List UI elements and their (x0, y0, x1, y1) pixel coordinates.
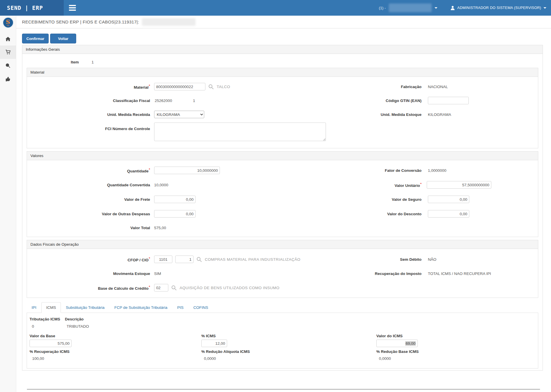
cio-input[interactable] (175, 256, 194, 263)
fator-conversao-label: Fator de Conversão (317, 168, 422, 173)
tab-ipi[interactable]: IPI (27, 302, 41, 313)
item-row: Item 1 (27, 56, 538, 68)
document-reference (142, 18, 196, 26)
sidebar-item-approve[interactable] (0, 72, 16, 85)
home-icon (6, 37, 10, 41)
tax-tabs: IPI ICMS Substituição Tributária FCP de … (27, 302, 538, 313)
app-logo[interactable]: S erp (3, 17, 14, 28)
sidebar-item-cart[interactable] (0, 45, 16, 59)
valor-icms-input[interactable]: 69,00 (376, 340, 418, 347)
pct-icms-input[interactable] (201, 340, 227, 347)
cfop-search-icon[interactable] (196, 257, 202, 262)
page-title-bar: RECEBIMENTO SEND ERP | FIOS E CABOS|23.1… (16, 16, 551, 28)
chevron-down-icon (543, 7, 546, 9)
dados-fiscais-header: Dados Fiscais de Operação (27, 240, 538, 249)
frete-label: Valor de Frete (27, 197, 150, 202)
base-credito-search-icon[interactable] (171, 285, 177, 291)
recuperacao-imposto-label: Recuperação do Imposto (317, 271, 422, 276)
tab-icms[interactable]: ICMS (41, 302, 61, 313)
outras-despesas-input[interactable] (154, 210, 196, 218)
fci-textarea[interactable] (154, 123, 326, 141)
seguro-input[interactable] (428, 196, 469, 203)
item-value: 1 (92, 60, 94, 64)
movimenta-estoque-value: SIM (154, 271, 161, 276)
classificacao-ex-value: 1 (193, 99, 195, 103)
valor-base-label: Valor da Base (30, 334, 201, 338)
context-prefix: (1) - (379, 6, 386, 10)
fabricacao-label: Fabricação (317, 85, 422, 89)
thumbs-up-icon (6, 76, 10, 81)
user-name: ADMINISTRADOR DO SISTEMA (SUPERVISOR) (457, 6, 541, 10)
content: Confirmar Voltar Informações Gerais Item… (16, 28, 543, 392)
search-icon (6, 63, 10, 68)
tributacao-icms-label: Tributação ICMS (30, 317, 65, 321)
frete-input[interactable] (154, 196, 196, 203)
valor-base-input[interactable] (30, 340, 72, 347)
sem-debito-label: Sem Débito (317, 257, 422, 262)
base-credito-label: Base de Cálculo de Crédito* (27, 285, 150, 291)
tributacao-icms-value: 0 (30, 324, 67, 329)
sidebar: S erp (0, 16, 16, 392)
icms-tab-panel: Tributação ICMS Descrição 0 TRIBUTADO Va… (27, 313, 538, 369)
valores-header: Valores (27, 152, 538, 160)
toolbar: Confirmar Voltar (22, 34, 543, 43)
quantidade-input[interactable] (154, 167, 220, 174)
gtin-input[interactable] (428, 97, 469, 104)
page-title: RECEBIMENTO SEND ERP | FIOS E CABOS|23.1… (22, 19, 139, 24)
unid-estoque-label: Unid. Medida Estoque (317, 112, 422, 117)
fci-label: FCI Número de Controle (27, 123, 150, 131)
tab-cofins[interactable]: COFINS (188, 302, 213, 313)
navbar-right: (1) - ADMINISTRADOR DO SISTEMA (SUPERVIS… (81, 0, 551, 16)
chevron-down-icon[interactable] (435, 7, 437, 9)
qtd-convertida-label: Quantidade Convertida (27, 183, 150, 187)
selected-text: 69,00 (405, 341, 416, 346)
material-search-icon[interactable] (208, 84, 214, 90)
unid-recebida-select[interactable]: KILOGRAMA (154, 111, 204, 118)
tab-pis[interactable]: PIS (172, 302, 189, 313)
valor-unitario-label: Valor Unitário* (317, 182, 422, 188)
descricao-label: Descrição (65, 317, 84, 321)
user-icon (450, 6, 455, 10)
cfop-label: CFOP / CIO* (27, 257, 150, 262)
user-menu[interactable]: ADMINISTRADOR DO SISTEMA (SUPERVISOR) (450, 6, 546, 10)
cart-icon (6, 50, 11, 55)
material-input[interactable] (154, 83, 205, 90)
desconto-input[interactable] (428, 210, 469, 218)
tab-substituicao-tributaria[interactable]: Substituição Tributária (61, 302, 110, 313)
hamburger-icon (69, 5, 76, 11)
sidebar-item-home[interactable] (0, 32, 16, 45)
gtin-label: Código GTIN (EAN) (317, 99, 422, 103)
company-selector[interactable] (389, 3, 432, 12)
valor-total-label: Valor Total (27, 226, 150, 230)
cfop-input[interactable] (154, 256, 172, 263)
general-info-panel: Informações Gerais Item 1 Material Mater… (22, 45, 543, 371)
unid-recebida-label: Unid. Medida Recebida (27, 112, 150, 117)
movimenta-estoque-label: Movimenta Estoque (27, 271, 150, 276)
item-label: Item (27, 60, 79, 64)
pct-recuperacao-value: 100,00 (30, 356, 201, 361)
base-credito-input[interactable] (154, 284, 168, 291)
fabricacao-value: NACIONAL (428, 85, 448, 89)
menu-toggle-button[interactable] (64, 0, 81, 16)
pct-recuperacao-label: % Recuperação ICMS (30, 349, 201, 354)
valores-panel: Valores Quantidade* Fator de Conversão 1… (27, 151, 538, 237)
tab-fcp-substituicao-tributaria[interactable]: FCP de Substituição Tributária (110, 302, 172, 313)
main-area: RECEBIMENTO SEND ERP | FIOS E CABOS|23.1… (16, 16, 551, 392)
valor-unitario-input[interactable] (427, 181, 491, 189)
top-navbar: SEND | ERP (1) - ADMINISTRADOR DO SISTEM… (0, 0, 551, 16)
valor-total-value: 575,00 (154, 226, 166, 230)
material-panel: Material Material* TALCO Fabrica (27, 68, 538, 148)
descricao-value: TRIBUTADO (67, 324, 89, 329)
sem-debito-value: NÃO (428, 257, 436, 262)
base-credito-description: AQUISIÇÃO DE BENS UTILIZADOS COMO INSUMO (180, 286, 280, 290)
sidebar-item-search[interactable] (0, 59, 16, 72)
back-button[interactable]: Voltar (50, 34, 76, 43)
material-header: Material (27, 68, 538, 77)
pct-icms-label: % ICMS (201, 334, 376, 338)
cfop-description: COMPRAS MATERIAL PARA INDUSTRIALIZAÇÃO (205, 257, 300, 262)
classificacao-value: 25262000 (155, 99, 172, 103)
footer: Copyright 2025 - Send Solutions Ltda - C… (27, 389, 540, 392)
fator-conversao-value: 1,0000000 (428, 168, 446, 173)
classificacao-label: Classificação Fiscal (27, 99, 150, 103)
confirm-button[interactable]: Confirmar (22, 34, 49, 43)
